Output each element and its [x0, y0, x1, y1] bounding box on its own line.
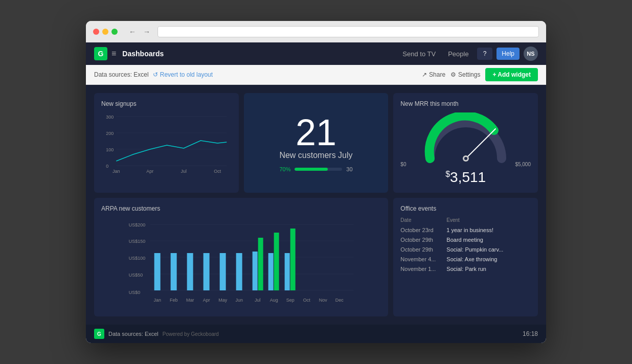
progress-fill — [295, 168, 328, 171]
help-button[interactable]: Help — [496, 48, 520, 60]
gauge-currency: $ — [445, 170, 450, 178]
widget-arpa: ARPA new customers US$200 US$150 US$100 … — [94, 198, 388, 316]
footer-logo: G — [94, 329, 104, 339]
svg-text:Jul: Jul — [181, 169, 187, 174]
footer-data-sources: Data sources: Excel — [108, 331, 159, 337]
widget-signups: New signups 300 200 100 0 — [94, 93, 239, 193]
svg-rect-32 — [258, 238, 263, 290]
svg-point-14 — [464, 157, 467, 160]
help-question-button[interactable]: ? — [477, 48, 493, 60]
svg-text:Mar: Mar — [186, 298, 194, 303]
browser-titlebar: ← → — [86, 21, 546, 42]
event-date-4: November 4... — [400, 256, 446, 262]
svg-rect-27 — [187, 253, 193, 290]
arpa-title: ARPA new customers — [101, 205, 381, 212]
event-name-1: 1 year in business! — [446, 227, 531, 233]
browser-nav: ← → — [127, 27, 152, 37]
gauge-svg — [400, 112, 531, 164]
svg-text:100: 100 — [106, 147, 114, 152]
footer-left: G Data sources: Excel Powered by Geckobo… — [94, 329, 219, 339]
svg-text:US$0: US$0 — [129, 290, 141, 295]
arpa-chart: US$200 US$150 US$100 US$50 US$0 — [101, 217, 381, 309]
share-button[interactable]: ↗ Share — [422, 71, 445, 78]
svg-text:May: May — [218, 298, 228, 303]
svg-rect-35 — [285, 253, 290, 290]
address-bar[interactable] — [157, 26, 539, 37]
geckoboard-logo: G — [94, 47, 107, 60]
settings-label: Settings — [458, 71, 480, 78]
svg-text:US$100: US$100 — [129, 256, 146, 261]
people-button[interactable]: People — [444, 48, 472, 60]
gauge-container: $0 $5,000 $3,511 — [400, 112, 531, 186]
gauge-value: $3,511 — [445, 169, 486, 186]
svg-text:300: 300 — [106, 115, 114, 120]
forward-button[interactable]: → — [141, 27, 152, 37]
browser-window: ← → G ≡ Dashboards Send to TV People ? H… — [86, 21, 546, 343]
revert-link[interactable]: ↺ Revert to old layout — [153, 71, 213, 78]
svg-rect-26 — [171, 253, 177, 290]
svg-rect-30 — [236, 253, 242, 290]
svg-text:200: 200 — [106, 131, 114, 136]
toolbar-right: ↗ Share ⚙ Settings + Add widget — [422, 68, 538, 81]
customers-number: 21 — [279, 114, 352, 151]
gauge-min: $0 — [400, 162, 406, 167]
svg-text:Dec: Dec — [335, 298, 344, 303]
svg-rect-31 — [253, 252, 258, 290]
send-to-tv-button[interactable]: Send to TV — [398, 48, 440, 60]
svg-rect-29 — [220, 253, 226, 290]
svg-text:Sep: Sep — [286, 298, 295, 303]
back-button[interactable]: ← — [127, 27, 138, 37]
svg-text:Jan: Jan — [112, 169, 120, 174]
svg-rect-36 — [290, 229, 296, 290]
signups-chart: 300 200 100 0 Jan Apr Ju — [101, 112, 232, 174]
close-button[interactable] — [93, 29, 99, 35]
share-label: Share — [429, 71, 445, 78]
events-date-header: Date — [400, 217, 446, 223]
events-header: Date Event — [400, 217, 531, 223]
event-date-1: October 23rd — [400, 227, 446, 233]
event-row: November 4... Social: Axe throwing — [400, 256, 531, 262]
revert-label: Revert to old layout — [160, 71, 213, 78]
traffic-lights — [93, 29, 118, 35]
event-name-5: Social: Park run — [446, 266, 531, 272]
mrr-title: New MRR this month — [400, 100, 531, 107]
event-name-2: Board meeting — [446, 237, 531, 243]
dashboard-grid: New signups 300 200 100 0 — [94, 93, 538, 316]
svg-text:US$150: US$150 — [129, 239, 146, 244]
event-row: October 29th Board meeting — [400, 237, 531, 243]
avatar[interactable]: NS — [524, 47, 538, 61]
add-widget-button[interactable]: + Add widget — [485, 68, 538, 81]
event-date-2: October 29th — [400, 237, 446, 243]
customers-label: New customers July — [279, 151, 352, 160]
svg-rect-34 — [274, 233, 279, 290]
footer-time: 16:18 — [523, 330, 538, 337]
header-actions: Send to TV People ? Help NS — [398, 47, 538, 61]
app-logo: G ≡ Dashboards — [94, 47, 164, 60]
svg-text:Feb: Feb — [170, 298, 178, 303]
progress-target: 30 — [346, 166, 352, 172]
footer-powered-by: Powered by Geckoboard — [163, 331, 219, 337]
svg-line-12 — [466, 129, 495, 158]
svg-text:Apr: Apr — [203, 298, 210, 303]
gauge-max: $5,000 — [515, 162, 531, 167]
widget-events: Office events Date Event October 23rd 1 … — [393, 198, 538, 316]
svg-text:US$200: US$200 — [129, 222, 146, 228]
event-name-4: Social: Axe throwing — [446, 256, 531, 262]
gauge-labels: $0 $5,000 — [400, 162, 531, 167]
revert-icon: ↺ — [153, 71, 158, 78]
progress-label: 70% — [279, 166, 290, 172]
signups-title: New signups — [101, 100, 232, 107]
data-sources-label: Data sources: Excel — [94, 71, 149, 78]
dashboard: New signups 300 200 100 0 — [86, 85, 546, 325]
events-title: Office events — [400, 205, 531, 212]
svg-text:Oct: Oct — [214, 169, 221, 174]
settings-icon: ⚙ — [450, 71, 456, 78]
progress-container: 70% 30 — [279, 166, 352, 172]
svg-rect-33 — [268, 253, 274, 290]
svg-text:0: 0 — [106, 164, 108, 169]
svg-text:Jan: Jan — [153, 298, 161, 303]
minimize-button[interactable] — [102, 29, 108, 35]
maximize-button[interactable] — [111, 29, 118, 35]
settings-button[interactable]: ⚙ Settings — [450, 71, 480, 78]
svg-text:Jun: Jun — [235, 298, 243, 303]
